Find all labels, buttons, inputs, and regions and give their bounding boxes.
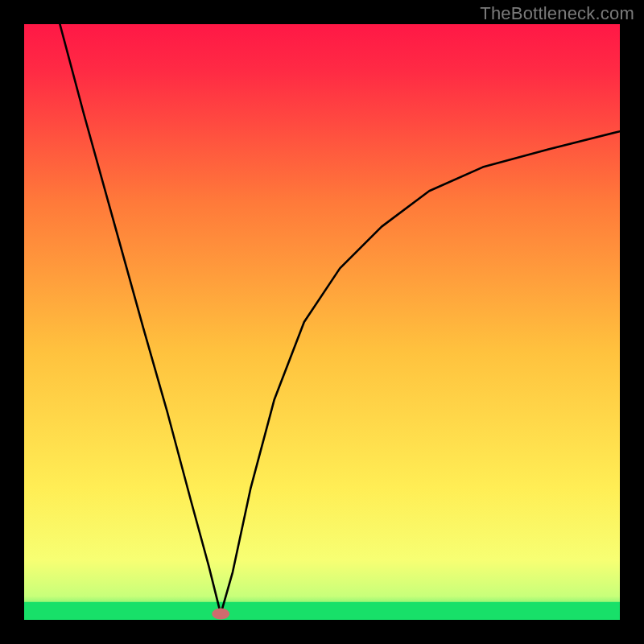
chart-svg xyxy=(24,24,620,620)
watermark-text: TheBottleneck.com xyxy=(480,3,634,24)
green-band xyxy=(24,602,620,620)
chart-frame xyxy=(24,24,620,620)
plot-background xyxy=(24,24,620,620)
minimum-marker xyxy=(212,609,229,620)
